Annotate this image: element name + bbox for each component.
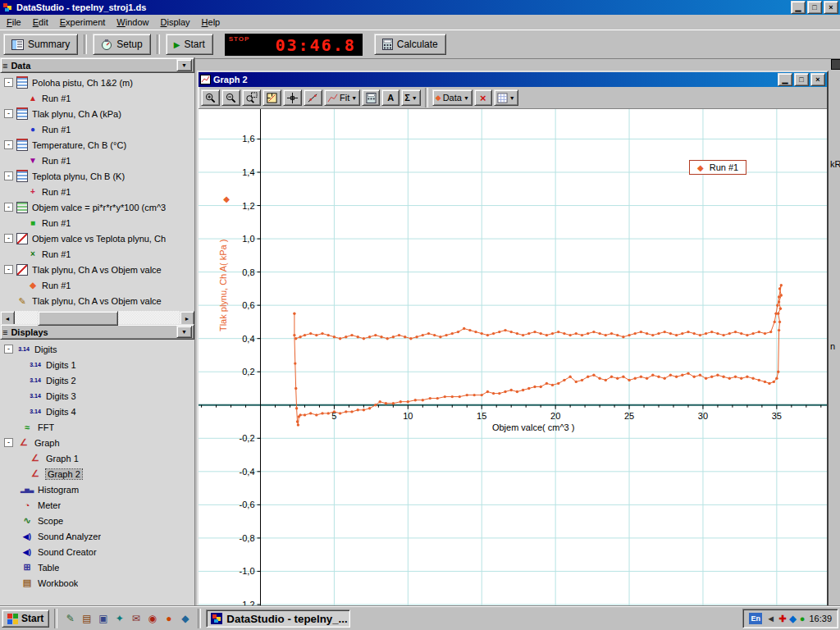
quicklaunch-icon-4[interactable]: ✦ bbox=[112, 611, 127, 627]
statistics-button[interactable]: Σ ▼ bbox=[401, 89, 421, 106]
text-tool-button[interactable]: A bbox=[381, 89, 399, 106]
display-item-meter[interactable]: ◔Meter bbox=[0, 497, 194, 513]
graph-minimize-icon[interactable]: ▁ bbox=[778, 73, 792, 86]
tree-collapse-icon[interactable]: - bbox=[4, 78, 13, 87]
run-item[interactable]: ●Run #1 bbox=[0, 121, 194, 137]
quicklaunch-icon-1[interactable]: ✎ bbox=[62, 611, 78, 627]
quicklaunch-icon-3[interactable]: ▣ bbox=[95, 611, 111, 627]
quicklaunch-icon-5[interactable]: ✉ bbox=[128, 611, 144, 627]
tray-icon-3[interactable]: ◆ bbox=[789, 614, 796, 624]
data-panel-header[interactable]: ≡ Data ▼ bbox=[0, 57, 194, 73]
quicklaunch-icon-6[interactable]: ◉ bbox=[144, 611, 160, 627]
scale-to-fit-button[interactable] bbox=[262, 89, 281, 106]
displays-panel-dropdown-icon[interactable]: ▼ bbox=[176, 326, 192, 338]
start-menu-button[interactable]: Start bbox=[2, 609, 49, 628]
display-item-scope[interactable]: ∿Scope bbox=[0, 513, 194, 528]
run-item[interactable]: ▲Run #1 bbox=[0, 90, 194, 106]
menu-edit[interactable]: Edit bbox=[27, 16, 54, 29]
datastudio-task-button[interactable]: DataStudio - tepelny_... bbox=[206, 609, 350, 628]
calculator-tool-button[interactable] bbox=[362, 89, 380, 106]
menu-experiment[interactable]: Experiment bbox=[54, 16, 112, 29]
data-menu-button[interactable]: ◆ Data ▼ bbox=[432, 89, 472, 106]
chart-legend[interactable]: ◆ Run #1 bbox=[689, 160, 746, 175]
display-item-digits-4[interactable]: 3.14Digits 4 bbox=[0, 404, 194, 419]
tray-icon-4[interactable]: ● bbox=[800, 614, 806, 624]
display-item-fft[interactable]: ≈FFT bbox=[0, 419, 194, 435]
quicklaunch-icon-7[interactable]: ● bbox=[161, 611, 176, 627]
graph-settings-button[interactable]: ▼ bbox=[494, 89, 518, 106]
tree-collapse-icon[interactable]: - bbox=[4, 171, 13, 180]
tray-icon-1[interactable]: ◄ bbox=[766, 614, 775, 624]
data-source-item[interactable]: -Teplota plynu, Ch B (K) bbox=[0, 168, 194, 184]
data-source-item[interactable]: -Objem valce vs Teplota plynu, Ch bbox=[0, 231, 194, 246]
data-tree-hscrollbar[interactable]: ◄ ► bbox=[0, 311, 194, 324]
graph-close-icon[interactable]: × bbox=[810, 73, 825, 86]
graph2-window: Graph 2 ▁ □ × bbox=[197, 71, 829, 609]
display-item-digits-2[interactable]: 3.14Digits 2 bbox=[0, 372, 194, 388]
display-item-digits-1[interactable]: 3.14Digits 1 bbox=[0, 357, 194, 372]
display-item-graph-1[interactable]: ∠Graph 1 bbox=[0, 450, 194, 466]
menu-help[interactable]: Help bbox=[196, 16, 226, 29]
graph2-title-bar[interactable]: Graph 2 ▁ □ × bbox=[199, 72, 827, 87]
data-source-item[interactable]: -Poloha pistu, Ch 1&2 (m) bbox=[0, 75, 194, 90]
display-item-histogram[interactable]: ▂▅▃Histogram bbox=[0, 482, 194, 497]
tree-collapse-icon[interactable]: - bbox=[4, 140, 13, 149]
tray-icon-2[interactable]: ✚ bbox=[778, 614, 786, 624]
display-item-sound-creator[interactable]: ◀)Sound Creator bbox=[0, 544, 194, 559]
start-button[interactable]: ▶ Start bbox=[166, 34, 213, 55]
display-item-workbook[interactable]: ▤Workbook bbox=[0, 575, 194, 591]
language-indicator[interactable]: En bbox=[749, 613, 762, 624]
display-item-digits[interactable]: -3.14Digits bbox=[0, 341, 194, 357]
maximize-icon[interactable]: □ bbox=[807, 1, 822, 14]
data-panel-dropdown-icon[interactable]: ▼ bbox=[176, 59, 192, 71]
zoom-out-button[interactable] bbox=[221, 89, 240, 106]
data-source-item[interactable]: -Tlak plynu, Ch A (kPa) bbox=[0, 106, 194, 121]
run-item[interactable]: ◆Run #1 bbox=[0, 277, 194, 293]
tree-collapse-icon[interactable]: - bbox=[4, 109, 13, 118]
display-item-sound-analyzer[interactable]: ◀)Sound Analyzer bbox=[0, 528, 194, 544]
tree-collapse-icon[interactable]: - bbox=[4, 438, 13, 447]
fit-menu-button[interactable]: Fit ▼ bbox=[324, 89, 360, 106]
close-icon[interactable]: × bbox=[824, 1, 838, 14]
title-bar[interactable]: DataStudio - tepelny_stroj1.ds ▁ □ × bbox=[0, 0, 840, 15]
run-item[interactable]: +Run #1 bbox=[0, 184, 194, 199]
run-item[interactable]: ×Run #1 bbox=[0, 246, 194, 262]
slope-tool-button[interactable] bbox=[304, 89, 322, 106]
remove-button[interactable]: × bbox=[474, 89, 492, 106]
scrollbar-thumb[interactable] bbox=[38, 311, 118, 326]
run-item[interactable]: ▼Run #1 bbox=[0, 153, 194, 168]
tree-collapse-icon[interactable]: - bbox=[4, 203, 13, 212]
menu-window[interactable]: Window bbox=[111, 16, 154, 29]
display-item-table[interactable]: ⊞Table bbox=[0, 559, 194, 575]
quicklaunch-icon-8[interactable]: ◆ bbox=[177, 611, 193, 627]
menu-file[interactable]: File bbox=[1, 16, 27, 29]
datastudio-app-window: DataStudio - tepelny_stroj1.ds ▁ □ × Fil… bbox=[0, 0, 840, 630]
setup-button[interactable]: Setup bbox=[93, 34, 150, 55]
tree-collapse-icon[interactable]: - bbox=[4, 265, 13, 274]
chart-area[interactable]: -1,2-1,0-0,8-0,6-0,4-0,20,20,40,60,81,01… bbox=[199, 109, 827, 607]
tree-collapse-icon[interactable]: - bbox=[4, 345, 13, 354]
display-label: Graph 1 bbox=[46, 454, 79, 463]
menu-display[interactable]: Display bbox=[155, 16, 196, 29]
display-item-graph-2[interactable]: ∠Graph 2 bbox=[0, 466, 194, 482]
minimize-icon[interactable]: ▁ bbox=[791, 1, 806, 14]
zoom-in-button[interactable] bbox=[201, 89, 220, 106]
data-source-item[interactable]: -Temperature, Ch B (°C) bbox=[0, 137, 194, 153]
graph-restore-icon[interactable]: □ bbox=[794, 73, 809, 86]
calculate-button[interactable]: Calculate bbox=[374, 34, 446, 55]
displays-panel-header[interactable]: ≡ Displays ▼ bbox=[0, 324, 194, 340]
summary-button[interactable]: Summary bbox=[3, 34, 78, 55]
display-item-digits-3[interactable]: 3.14Digits 3 bbox=[0, 388, 194, 404]
smart-tool-button[interactable] bbox=[283, 89, 302, 106]
tree-collapse-icon[interactable]: - bbox=[4, 234, 13, 243]
calculate-label: Calculate bbox=[397, 39, 438, 50]
tray-icons: ◄✚◆● bbox=[766, 614, 805, 624]
quicklaunch-icon-2[interactable]: ▤ bbox=[79, 611, 94, 627]
scrollbar-track[interactable] bbox=[15, 311, 180, 324]
data-source-item[interactable]: -Objem valce = pi*r*r*y*100 (cm^3 bbox=[0, 199, 194, 215]
display-item-graph[interactable]: -∠Graph bbox=[0, 435, 194, 450]
data-source-item[interactable]: ✎Tlak plynu, Ch A vs Objem valce bbox=[0, 293, 194, 308]
zoom-select-button[interactable] bbox=[242, 89, 261, 106]
data-source-item[interactable]: -Tlak plynu, Ch A vs Objem valce bbox=[0, 262, 194, 277]
run-item[interactable]: ■Run #1 bbox=[0, 215, 194, 231]
